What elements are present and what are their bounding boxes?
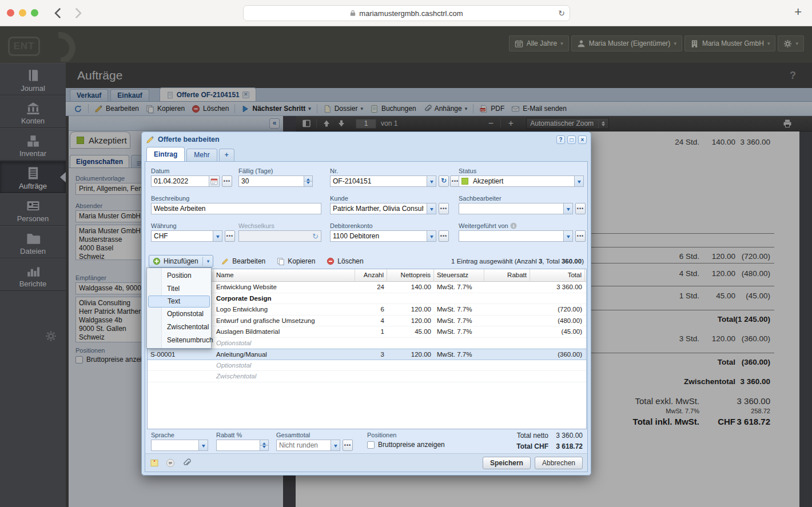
menu-item-position[interactable]: Position <box>147 269 211 282</box>
table-row[interactable]: Logo Entwicklung6120.00MwSt. 7.7%(720.00… <box>148 304 586 316</box>
copy-button-label: Kopieren <box>288 257 315 265</box>
nr-refresh-button[interactable]: ↻ <box>439 175 449 187</box>
grid-column-header-anzahl[interactable]: Anzahl <box>355 269 387 282</box>
weitergefuehrt-input[interactable] <box>459 231 563 241</box>
comment-icon[interactable] <box>166 458 175 468</box>
table-row[interactable]: Auslagen Bildmaterial145.00MwSt. 7.7%(45… <box>148 326 586 338</box>
cell-steuersatz: MwSt. 7.7% <box>434 282 484 293</box>
weitergefuehrt-more-button[interactable]: ••• <box>575 230 586 242</box>
table-row[interactable]: Corporate Design <box>148 293 586 305</box>
kunde-more-button[interactable]: ••• <box>439 203 449 214</box>
modal-tab-item[interactable]: + <box>219 149 234 161</box>
sachbearbeiter-more-button[interactable]: ••• <box>575 203 586 214</box>
back-icon[interactable] <box>53 7 64 19</box>
sprache-input[interactable] <box>152 440 198 450</box>
delete-position-button[interactable]: Löschen <box>323 255 367 268</box>
refresh-icon[interactable]: ↻ <box>312 232 319 241</box>
add-position-button[interactable]: Hinzufügen ▾ <box>149 255 213 268</box>
url-bar[interactable]: mariamustergmbh.cashctrl.com ↻ <box>243 5 570 21</box>
table-row[interactable]: Zwischentotal <box>148 371 586 382</box>
close-window-icon[interactable] <box>7 9 14 17</box>
menu-item-seitenumbruch[interactable]: Seitenumbruch <box>147 334 211 347</box>
calendar-trigger-icon[interactable] <box>209 176 219 186</box>
cell-nettopreis: 45.00 <box>387 326 434 337</box>
chevron-down-icon[interactable] <box>574 176 583 186</box>
copy-position-button[interactable]: Kopieren <box>273 255 319 268</box>
menu-item-zwischentotal[interactable]: Zwischentotal <box>147 321 211 334</box>
gesamttotal-input[interactable] <box>277 440 330 450</box>
rabatt-label: Rabatt % <box>216 432 242 438</box>
forward-icon[interactable] <box>72 7 83 19</box>
cell-total: (360.00) <box>530 349 585 360</box>
chevron-down-icon[interactable] <box>213 231 222 241</box>
sachbearbeiter-input[interactable] <box>459 203 563 214</box>
waehrung-more-button[interactable]: ••• <box>225 230 235 242</box>
modal-close-icon[interactable]: × <box>578 135 587 144</box>
spinner-trigger[interactable] <box>260 440 268 450</box>
cell-nr <box>148 371 213 382</box>
grid-column-header-steuersatz[interactable]: Steuersatz <box>434 269 484 282</box>
cell-steuersatz <box>434 338 484 349</box>
chevron-down-icon[interactable] <box>198 440 208 450</box>
modal-maximize-icon[interactable]: □ <box>567 135 576 144</box>
grid-toolbar: Hinzufügen ▾ Bearbeiten Kopieren <box>149 254 584 268</box>
status-field[interactable]: Akzeptiert <box>459 175 584 187</box>
sticky-note-icon[interactable] <box>150 458 159 468</box>
cell-name: Optionstotal <box>213 360 355 371</box>
modal-help-icon[interactable]: ? <box>556 135 565 144</box>
cell-total: (45.00) <box>530 326 585 337</box>
datum-input[interactable] <box>152 176 208 186</box>
edit-position-button[interactable]: Bearbeiten <box>218 255 269 268</box>
cell-steuersatz <box>434 371 484 382</box>
speichern-button[interactable]: Speichern <box>483 457 531 469</box>
grid-column-header-rabatt[interactable]: Rabatt <box>484 269 530 282</box>
datum-more-button[interactable]: ••• <box>222 175 232 187</box>
gesamttotal-more-button[interactable]: ••• <box>343 440 353 451</box>
chevron-down-icon[interactable] <box>427 203 436 214</box>
table-row[interactable]: Optionstotal <box>148 338 586 349</box>
cell-nettopreis <box>387 371 434 382</box>
new-tab-icon[interactable]: + <box>794 5 802 19</box>
reload-icon[interactable]: ↻ <box>558 9 565 18</box>
cell-anzahl <box>355 371 387 382</box>
info-icon: i <box>510 222 517 229</box>
debitorenkonto-more-button[interactable]: ••• <box>439 230 449 242</box>
spinner-trigger[interactable] <box>304 176 312 186</box>
modal-tab-mehr[interactable]: Mehr <box>186 149 217 161</box>
beschreibung-input[interactable] <box>152 203 321 214</box>
chevron-down-icon[interactable] <box>563 231 572 241</box>
modal-title: Offerte bearbeiten <box>158 135 220 143</box>
svg-text:i: i <box>513 223 514 229</box>
paperclip-icon[interactable] <box>182 458 191 468</box>
cell-steuersatz <box>434 360 484 371</box>
table-row[interactable]: Optionstotal <box>148 360 586 372</box>
cell-rabatt <box>484 293 530 304</box>
brutto-checkbox[interactable] <box>367 441 375 449</box>
nr-input[interactable] <box>331 176 426 186</box>
debitorenkonto-input[interactable] <box>331 231 426 241</box>
grid-header: NameAnzahlNettopreisSteuersatzRabattTota… <box>148 269 586 282</box>
menu-item-titel[interactable]: Titel <box>147 282 211 296</box>
minimize-window-icon[interactable] <box>19 9 26 17</box>
grid-column-header-name[interactable]: Name <box>213 269 355 282</box>
waehrung-input[interactable] <box>152 231 212 241</box>
menu-item-optionstotal[interactable]: Optionstotal <box>147 308 211 321</box>
grid-column-header-nettopreis[interactable]: Nettopreis <box>387 269 434 282</box>
table-row[interactable]: S-00001Anleitung/Manual3120.00MwSt. 7.7%… <box>148 349 586 360</box>
kunde-input[interactable] <box>331 203 426 214</box>
faellig-input[interactable] <box>239 176 303 186</box>
table-row[interactable]: Entwicklung Website24140.00MwSt. 7.7%3 3… <box>148 282 586 293</box>
chevron-down-icon[interactable] <box>427 231 436 241</box>
menu-item-text[interactable]: Text <box>148 296 210 308</box>
zoom-window-icon[interactable] <box>31 9 38 17</box>
modal-tab-eintrag[interactable]: Eintrag <box>146 147 185 161</box>
rabatt-input[interactable] <box>217 440 259 450</box>
abbrechen-button[interactable]: Abbrechen <box>535 457 583 469</box>
add-button-label: Hinzufügen <box>164 257 198 265</box>
chevron-down-icon[interactable] <box>563 203 572 214</box>
table-row[interactable]: Entwurf und grafische Umsetzung4120.00Mw… <box>148 316 586 327</box>
chevron-down-icon[interactable] <box>427 176 436 186</box>
grid-column-header-total[interactable]: Total <box>530 269 585 282</box>
chevron-down-icon[interactable] <box>331 440 340 450</box>
cell-nettopreis: 120.00 <box>387 304 434 315</box>
